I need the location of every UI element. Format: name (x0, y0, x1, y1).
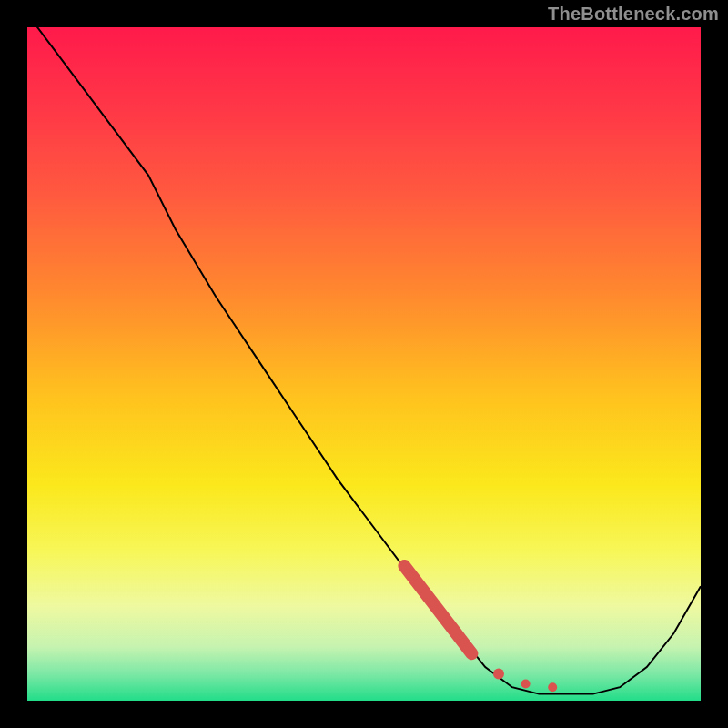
bottleneck-chart (27, 27, 701, 701)
watermark-text: TheBottleneck.com (548, 4, 719, 25)
highlight-dot (493, 668, 504, 679)
chart-area (27, 27, 701, 701)
outer-frame: TheBottleneck.com (0, 0, 728, 728)
gradient-background (27, 27, 701, 701)
highlight-dot (548, 682, 557, 692)
highlight-dot (521, 680, 531, 689)
